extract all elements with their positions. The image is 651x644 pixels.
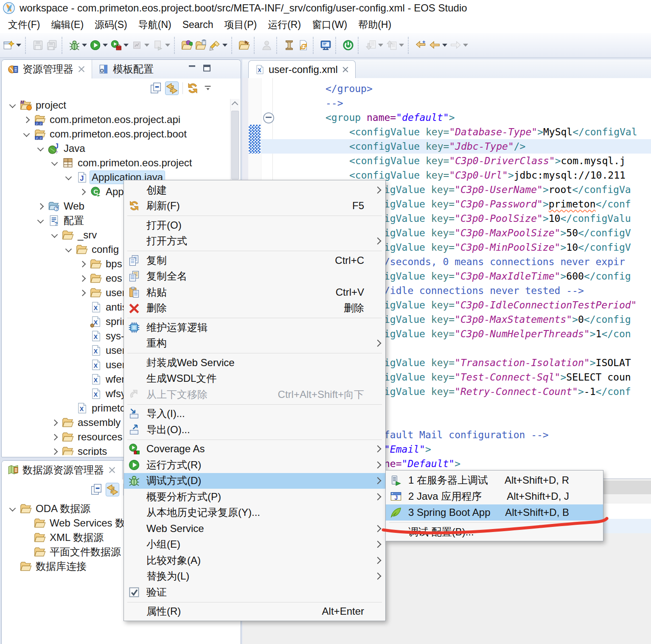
chevron-right-icon[interactable] [79,274,86,282]
java-application-menu-item[interactable]: J2 Java 应用程序Alt+Shift+D, J [386,488,603,504]
link-with-editor-icon[interactable] [106,483,119,496]
menu-file[interactable]: 文件(F) [3,17,45,33]
scrollbar-thumb[interactable] [231,111,239,179]
dropdown-caret-icon[interactable] [442,44,447,47]
refresh-view-icon[interactable] [186,82,199,95]
run-button[interactable] [88,36,109,55]
user-button[interactable] [260,36,274,55]
refresh-menu-item[interactable]: 刷新(F)F5 [124,198,385,214]
coverage-as-menu-item[interactable]: Coverage As [124,441,385,457]
close-icon[interactable] [342,66,349,73]
export-menu-item[interactable]: 导出(O)... [124,422,385,438]
debug-on-server-menu-item[interactable]: 1 在服务器上调试Alt+Shift+D, R [386,472,603,488]
copy-menu-item[interactable]: 复制Ctrl+C [124,252,385,269]
chevron-right-icon[interactable] [51,448,58,455]
close-icon[interactable] [77,65,86,73]
maintain-logic-menu-item[interactable]: 维护运算逻辑 [124,319,385,336]
dropdown-caret-icon[interactable] [123,44,129,47]
menu-help[interactable]: 帮助(H) [353,17,397,33]
console-button[interactable] [319,36,333,55]
wrap-as-web-service-menu-item[interactable]: 封装成Web Service [124,355,385,371]
menu-source[interactable]: 源码(S) [89,17,133,33]
restore-from-local-history-menu-item[interactable]: 从本地历史记录复原(Y)... [124,505,385,521]
tab-datasource-explorer[interactable]: 数据源资源管理器 [2,461,123,479]
dropdown-caret-icon[interactable] [378,44,383,47]
tree-item[interactable]: JJcom.primeton.eos.project.api [3,112,230,127]
copy-qualified-name-menu-item[interactable]: 复制全名 [124,269,385,285]
tree-item[interactable]: com.primeton.eos.project [3,156,230,170]
tree-item[interactable]: Mproject [3,98,230,112]
chevron-down-icon[interactable] [51,159,58,167]
last-edit-location-button[interactable] [414,36,428,55]
menu-search[interactable]: Search [177,18,219,32]
dropdown-caret-icon[interactable] [103,44,108,47]
fold-collapse-icon[interactable] [263,112,274,123]
properties-menu-item[interactable]: 属性(R)Alt+Enter [124,604,385,620]
open-menu-item[interactable]: 打开(O) [124,217,385,233]
menu-window[interactable]: 窗口(W) [306,17,353,33]
debug-configurations-menu-item[interactable]: 调试 配置(B)... [386,524,603,540]
maximize-icon[interactable] [202,63,212,73]
spring-boot-app-menu-item[interactable]: 3 Spring Boot AppAlt+Shift+D, B [386,504,603,521]
validate-menu-item[interactable]: 验证 [124,584,385,600]
debug-button[interactable] [67,36,88,55]
menu-navigate[interactable]: 导航(N) [133,17,177,33]
chevron-down-icon[interactable] [8,101,16,109]
create-menu-item[interactable]: 创建 [124,182,385,198]
replace-with-menu-item[interactable]: 替换为(L) [124,568,385,585]
editor-tab-user-config[interactable]: X user-config.xml [248,60,356,78]
chevron-down-icon[interactable] [65,174,72,181]
chevron-down-icon[interactable] [65,246,72,253]
chevron-right-icon[interactable] [51,433,58,441]
chevron-right-icon[interactable] [79,260,86,268]
paste-menu-item[interactable]: 粘贴Ctrl+V [124,284,385,300]
open-with-menu-item[interactable]: 打开方式 [124,233,385,249]
menu-project[interactable]: 项目(P) [219,17,263,33]
refresh-doc-button[interactable] [296,36,310,55]
profile-button[interactable] [130,36,151,55]
close-icon[interactable] [108,466,116,474]
search-tool-button[interactable] [208,36,229,55]
tab-resource-explorer[interactable]: 资源管理器 [2,60,92,78]
chevron-right-icon[interactable] [51,419,58,426]
dropdown-caret-icon[interactable] [222,44,227,47]
chevron-right-icon[interactable] [79,188,86,196]
delete-menu-item[interactable]: 删除删除 [124,300,385,316]
dropdown-caret-icon[interactable] [399,44,404,47]
forward-history-button[interactable] [449,36,469,55]
back-history-button[interactable] [428,36,449,55]
web-service-menu-item[interactable]: Web Service [124,521,385,537]
tree-item[interactable]: JJcom.primeton.eos.project.boot [3,127,230,141]
save-button[interactable] [31,36,45,55]
open-resource-button[interactable] [180,36,194,55]
view-menu-icon[interactable] [203,84,213,93]
external-tools-button[interactable] [151,36,171,55]
prev-annotation-button[interactable] [384,36,405,55]
team-menu-item[interactable]: 小组(E) [124,537,385,553]
chevron-down-icon[interactable] [8,505,16,512]
generate-wsdl-menu-item[interactable]: 生成WSDL文件 [124,371,385,387]
compare-with-menu-item[interactable]: 比较对象(A) [124,552,385,568]
collapse-all-icon[interactable] [90,483,103,496]
spool-button[interactable] [282,36,296,55]
open-type-button[interactable] [237,36,251,55]
minimize-icon[interactable] [187,63,197,73]
chevron-down-icon[interactable] [51,231,58,239]
menu-edit[interactable]: 编辑(E) [45,17,89,33]
scroll-up-icon[interactable] [232,101,239,108]
menu-run[interactable]: 运行(R) [262,17,306,33]
chevron-right-icon[interactable] [36,202,44,210]
debug-as-menu-item[interactable]: 调试方式(D) [124,473,385,489]
link-with-editor-icon[interactable] [166,82,178,95]
run-as-menu-item[interactable]: 运行方式(R) [124,457,385,473]
run-last-launched-button[interactable] [109,36,130,55]
profile-as-menu-item[interactable]: 概要分析方式(P) [124,489,385,505]
dropdown-caret-icon[interactable] [165,44,170,47]
collapse-all-icon[interactable] [149,82,162,95]
refactor-menu-item[interactable]: 重构 [124,336,385,352]
chevron-right-icon[interactable] [22,116,30,123]
dropdown-caret-icon[interactable] [16,44,21,47]
chevron-down-icon[interactable] [36,145,44,152]
next-annotation-button[interactable] [364,36,384,55]
chevron-right-icon[interactable] [79,289,86,297]
